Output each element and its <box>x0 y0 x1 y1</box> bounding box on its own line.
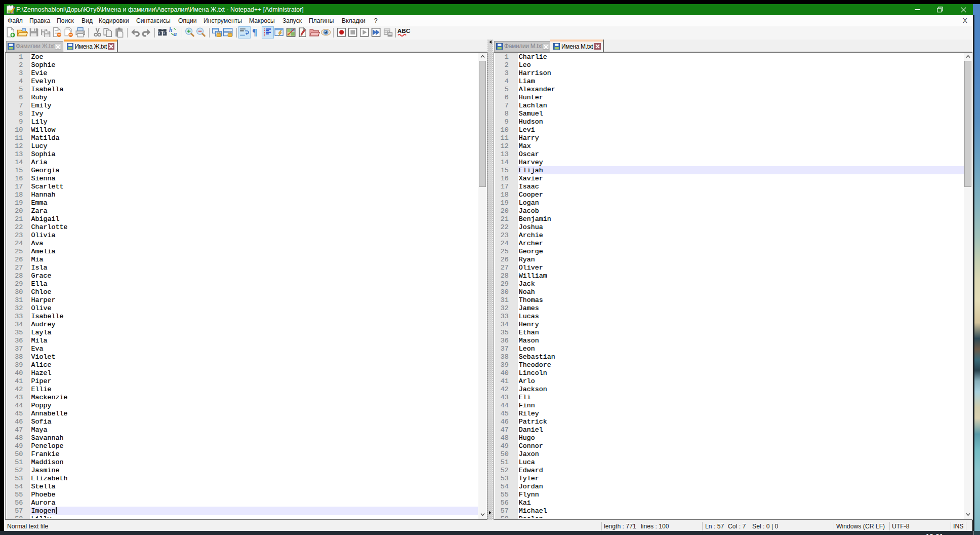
svg-text:a: a <box>174 30 177 37</box>
svg-text:h: h <box>169 27 173 33</box>
svg-text:ABC: ABC <box>397 27 411 34</box>
svg-text:¶: ¶ <box>252 27 257 37</box>
